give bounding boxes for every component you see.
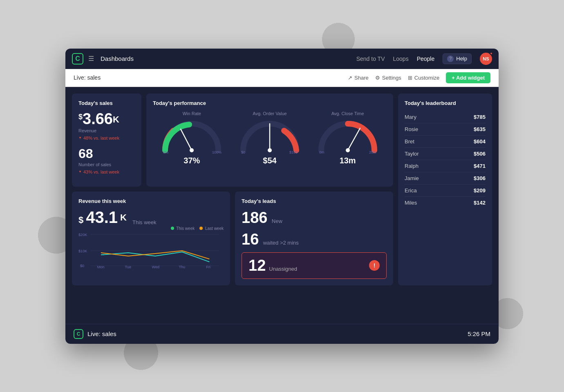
leaderboard-card: Today's leaderboard Mary $785 Rosie $635… [398,94,492,285]
svg-text:Mon: Mon [97,265,105,269]
sales-revenue-suffix: K [113,114,119,125]
act-gauge: Avg. Close Time 0m 20m 13m [315,111,380,165]
new-leads-row: 186 New [242,209,387,227]
svg-text:Tue: Tue [125,265,131,269]
help-label: Help [456,56,467,62]
sales-trend-text: 43% vs. last week [83,169,119,174]
customize-button[interactable]: ⊞ Customize [408,75,439,81]
win-rate-value: 37% [184,156,200,165]
nav-send-to-tv[interactable]: Send to TV [356,56,385,62]
share-button[interactable]: ↗ Share [348,75,369,81]
revenue-period: This week [132,219,157,225]
svg-text:0%: 0% [163,150,168,154]
win-rate-svg: 0% 100% [159,118,224,154]
avatar-initials: NS [483,56,489,61]
waited-leads-label: waited >2 mins [263,240,299,246]
settings-label: Settings [382,75,401,81]
win-rate-label: Win Rate [183,111,201,116]
nav-title: Dashboards [101,55,351,62]
new-leads-count: 186 [242,209,267,226]
leaderboard-rows: Mary $785 Rosie $635 Bret $604 Taylor $5… [405,111,486,209]
svg-point-9 [346,148,350,152]
sales-count: 68 [78,146,135,161]
legend-last-dot [199,227,203,230]
act-label: Avg. Close Time [331,111,364,116]
dashboard-body: Today's sales $ 3.66 K Revenue ▼ 48% vs.… [65,87,499,324]
leads-card: Today's leads 186 New 16 waited >2 mins … [235,192,393,285]
avatar-notification-badge [490,52,493,55]
act-value: 13m [340,156,356,165]
svg-text:$0: $0 [80,264,84,268]
avatar[interactable]: NS [480,53,492,65]
revenue-suffix: K [120,212,127,223]
lb-amount-ralph: $471 [474,163,486,169]
sales-trend: ▼ 43% vs. last week [78,169,135,174]
legend-this-dot [171,227,174,230]
hamburger-icon[interactable]: ☰ [88,55,94,62]
svg-text:$10K: $10K [78,249,87,253]
revenue-chart: $20K $10K $0 Mon Tue Wed Thu [78,232,224,269]
svg-point-1 [190,148,194,152]
lb-row-taylor: Taylor $506 [405,148,486,160]
top-navigation: C ☰ Dashboards Send to TV Loops People ?… [65,49,499,69]
alert-icon: ! [369,260,380,271]
footer-logo: C [74,329,83,339]
revenue-card-title: Revenue this week [78,198,224,204]
lb-row-ralph: Ralph $471 [405,160,486,172]
customize-icon: ⊞ [408,75,412,81]
lb-name-erica: Erica [405,187,417,194]
footer-left: C Live: sales [74,329,116,339]
performance-card: Today's performance Win Rate [146,94,393,187]
svg-text:100%: 100% [212,150,222,154]
gauges-row: Win Rate 0% [153,111,387,165]
revenue-trend-text: 48% vs. last week [83,136,119,140]
customize-label: Customize [414,75,439,81]
act-svg: 0m 20m [315,118,380,154]
lb-amount-erica: $209 [474,187,486,194]
sales-trend-icon: ▼ [78,170,82,174]
svg-text:0m: 0m [319,150,325,154]
lb-row-bret: Bret $604 [405,136,486,148]
aov-gauge: Avg. Order Value $0 $100 $54 [237,111,302,165]
svg-text:Fri: Fri [206,265,210,269]
footer-time: 5:26 PM [468,330,490,337]
nav-actions: Send to TV Loops People ? Help NS [356,53,492,65]
revenue-label: Revenue [78,128,135,133]
leads-card-title: Today's leads [242,198,387,204]
revenue-card: Revenue this week $ 43.1 K This week Thi… [72,192,230,285]
lb-name-bret: Bret [405,138,414,145]
sales-card-title: Today's sales [78,100,135,106]
settings-button[interactable]: ⚙ Settings [375,75,401,81]
sales-revenue-amount: 3.66 [83,111,113,127]
waited-leads-row: 16 waited >2 mins [242,231,387,248]
dashboard-window: C ☰ Dashboards Send to TV Loops People ?… [65,49,499,344]
add-widget-button[interactable]: + Add widget [446,72,490,83]
revenue-amount-row: $ 43.1 K This week [78,209,224,225]
page-label: Live: sales [74,74,348,81]
unassigned-content: 12 Unassigned [248,257,297,274]
chart-legend: This week Last week [78,226,224,231]
lb-row-rosie: Rosie $635 [405,123,486,136]
svg-line-0 [181,129,192,150]
svg-text:Wed: Wed [152,265,160,269]
aov-value: $54 [263,156,276,165]
subbar-actions: ↗ Share ⚙ Settings ⊞ Customize + Add wid… [348,72,490,83]
unassigned-label: Unassigned [269,266,297,272]
performance-card-title: Today's performance [153,100,387,106]
unassigned-box[interactable]: 12 Unassigned ! [242,252,387,279]
help-button[interactable]: ? Help [443,53,472,64]
lb-name-miles: Miles [405,200,417,206]
sales-card: Today's sales $ 3.66 K Revenue ▼ 48% vs.… [72,94,141,187]
unassigned-count: 12 [248,257,266,274]
lb-amount-taylor: $506 [474,151,486,157]
nav-people[interactable]: People [417,56,435,62]
lb-name-rosie: Rosie [405,126,418,132]
app-logo: C [72,53,83,65]
svg-line-8 [348,128,360,150]
footer-title: Live: sales [87,330,116,337]
settings-icon: ⚙ [375,75,380,81]
lb-name-mary: Mary [405,114,416,120]
lb-amount-rosie: $635 [474,126,486,132]
dashboard-footer: C Live: sales 5:26 PM [65,324,499,344]
nav-loops[interactable]: Loops [393,56,409,62]
